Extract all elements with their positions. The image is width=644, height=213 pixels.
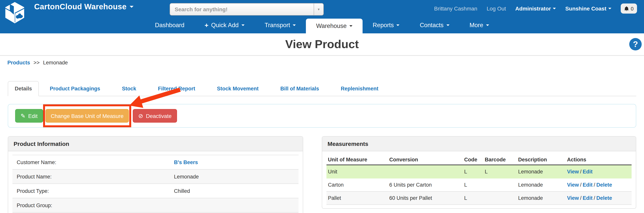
content-columns: Product Information Customer Name: B's B…: [8, 136, 636, 213]
field-label: Customer Name:: [12, 159, 174, 165]
nav-more[interactable]: More: [460, 17, 499, 33]
product-information-panel: Product Information Customer Name: B's B…: [8, 136, 303, 213]
tab-stock-movement[interactable]: Stock Movement: [206, 82, 270, 96]
delete-link[interactable]: Delete: [596, 182, 612, 188]
col-actions: Actions: [566, 155, 632, 165]
nav-warehouse[interactable]: Warehouse: [306, 18, 362, 33]
tab-bill-of-materials[interactable]: Bill of Materials: [270, 82, 330, 96]
nav-reports[interactable]: Reports: [362, 17, 410, 33]
product-tabs: Details Product Packagings Stock Filtere…: [8, 81, 636, 96]
nav-label: Warehouse: [316, 22, 347, 30]
measurements-title: Measurements: [322, 136, 636, 151]
cell-actions: View/Edit/Delete: [566, 178, 632, 192]
top-header: CartonCloud Warehouse ▼ Brittany Cashman…: [0, 0, 644, 33]
chevron-down-icon: [293, 24, 296, 26]
cell-unit: Carton: [326, 178, 388, 192]
role-label: Administrator: [515, 6, 551, 12]
edit-link[interactable]: Edit: [583, 195, 592, 201]
view-link[interactable]: View: [567, 182, 579, 188]
cell-description: Lemonade: [516, 192, 566, 205]
tab-details[interactable]: Details: [8, 81, 39, 96]
chevron-down-icon: [553, 8, 556, 9]
chevron-down-icon: [608, 8, 612, 9]
page-head: View Product ?: [0, 33, 644, 56]
tenant-dropdown[interactable]: Sunshine Coast: [565, 6, 612, 12]
action-separator: /: [594, 195, 595, 201]
breadcrumb-products-link[interactable]: Products: [8, 60, 30, 66]
breadcrumb-current: Lemonade: [43, 60, 68, 66]
view-link[interactable]: View: [567, 169, 579, 174]
nav-label: Dashboard: [155, 22, 184, 29]
chevron-down-icon: [130, 6, 134, 8]
customer-link[interactable]: B's Beers: [174, 159, 198, 165]
cell-barcode: L: [483, 165, 516, 178]
cell-conversion: 6 Units per Carton: [388, 178, 462, 192]
tab-filtered-report[interactable]: Filtered Report: [147, 82, 206, 96]
plus-icon: +: [204, 22, 208, 28]
nav-label: More: [470, 22, 483, 29]
cell-unit: Unit: [326, 165, 388, 178]
brand-row: CartonCloud Warehouse ▼ Brittany Cashman…: [0, 0, 644, 17]
nav-label: Reports: [373, 22, 394, 29]
table-row-unit: Unit L L Lemonade View/Edit: [326, 165, 632, 178]
app-title[interactable]: CartonCloud Warehouse: [34, 2, 134, 11]
role-dropdown[interactable]: Administrator: [515, 6, 556, 12]
table-row-carton: Carton 6 Units per Carton L Lemonade Vie…: [326, 178, 632, 192]
nav-quick-add[interactable]: + Quick Add: [194, 17, 254, 33]
search-input[interactable]: [170, 4, 314, 15]
info-row-customer-name: Customer Name: B's Beers: [12, 155, 298, 170]
change-base-unit-button[interactable]: Change Base Unit of Measure: [45, 109, 129, 122]
info-row-product-type: Product Type: Chilled: [12, 184, 298, 198]
highlighted-button-wrap: Change Base Unit of Measure: [45, 109, 129, 122]
edit-button-label: Edit: [28, 113, 38, 119]
cell-barcode: [483, 178, 516, 192]
notification-count: 0: [631, 6, 634, 12]
breadcrumb: Products >> Lemonade: [0, 56, 644, 66]
cell-actions: View/Edit/Delete: [566, 192, 632, 205]
notifications-button[interactable]: 0: [621, 4, 637, 14]
measurements-table: Unit of Measure Conversion Code Barcode …: [326, 155, 632, 205]
chevron-down-icon: [349, 25, 352, 27]
global-search: ▼: [170, 3, 324, 16]
tab-replenishment[interactable]: Replenishment: [330, 82, 389, 96]
product-information-title: Product Information: [8, 136, 302, 151]
edit-link[interactable]: Edit: [583, 169, 592, 174]
nav-label: Quick Add: [211, 22, 238, 29]
nav-transport[interactable]: Transport: [254, 17, 306, 33]
edit-button[interactable]: ✎ Edit: [15, 109, 43, 122]
page-title: View Product: [285, 38, 359, 51]
tab-stock[interactable]: Stock: [111, 82, 147, 96]
measurements-body: Unit of Measure Conversion Code Barcode …: [322, 151, 636, 208]
user-menu-area: Brittany Cashman Log Out Administrator S…: [434, 0, 637, 17]
chevron-down-icon: [446, 24, 449, 26]
nav-dashboard[interactable]: Dashboard: [145, 17, 194, 33]
change-base-unit-label: Change Base Unit of Measure: [51, 113, 124, 119]
cell-conversion: [388, 165, 462, 178]
cell-code: L: [462, 165, 483, 178]
col-code: Code: [462, 155, 483, 165]
breadcrumb-separator: >>: [34, 60, 40, 66]
logout-link[interactable]: Log Out: [486, 6, 506, 12]
cell-actions: View/Edit: [566, 165, 632, 178]
deactivate-button[interactable]: ⊘ Deactivate: [133, 109, 177, 122]
nav-contacts[interactable]: Contacts: [410, 17, 460, 33]
col-barcode: Barcode: [483, 155, 516, 165]
col-conversion: Conversion: [388, 155, 462, 165]
nav-label: Transport: [264, 22, 290, 29]
view-link[interactable]: View: [567, 195, 579, 201]
question-mark: ?: [633, 40, 638, 49]
cell-barcode: [483, 192, 516, 205]
action-separator: /: [594, 182, 595, 188]
help-icon[interactable]: ?: [629, 38, 642, 50]
delete-link[interactable]: Delete: [596, 195, 612, 201]
search-dropdown-button[interactable]: ▼: [314, 4, 323, 15]
cell-description: Lemonade: [516, 178, 566, 192]
col-description: Description: [516, 155, 566, 165]
user-name-link[interactable]: Brittany Cashman: [434, 6, 478, 12]
field-label: Product Group:: [12, 202, 174, 208]
edit-link[interactable]: Edit: [583, 182, 592, 188]
tab-product-packagings[interactable]: Product Packagings: [39, 82, 111, 96]
measurements-panel: Measurements Unit of Measure Conversion …: [322, 136, 636, 209]
info-row-product-group: Product Group:: [12, 198, 298, 212]
cell-description: Lemonade: [516, 165, 566, 178]
